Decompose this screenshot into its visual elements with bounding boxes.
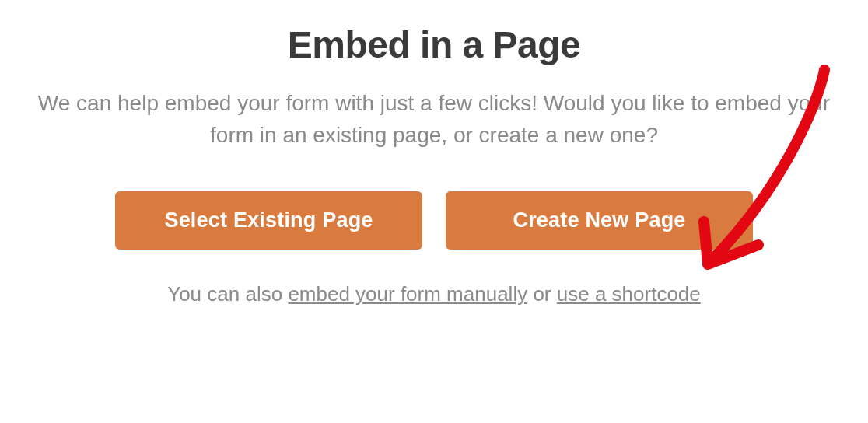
button-row: Select Existing Page Create New Page — [23, 191, 845, 250]
embed-dialog: Embed in a Page We can help embed your f… — [0, 0, 868, 306]
select-existing-page-button[interactable]: Select Existing Page — [115, 191, 422, 250]
create-new-page-button[interactable]: Create New Page — [446, 191, 753, 250]
footer-prefix: You can also — [167, 282, 288, 306]
embed-manually-link[interactable]: embed your form manually — [288, 282, 527, 306]
footer-middle: or — [527, 282, 557, 306]
use-shortcode-link[interactable]: use a shortcode — [557, 282, 701, 306]
dialog-description: We can help embed your form with just a … — [23, 88, 845, 151]
footer-text: You can also embed your form manually or… — [23, 282, 845, 306]
dialog-title: Embed in a Page — [23, 23, 845, 66]
